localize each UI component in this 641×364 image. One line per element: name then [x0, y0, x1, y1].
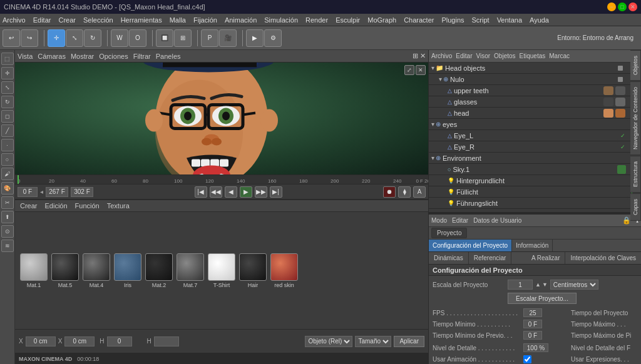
- snap-button[interactable]: 🔲: [156, 29, 173, 47]
- tree-item-environment[interactable]: ▾ ⊕ Environment ✓: [429, 153, 641, 164]
- material-hair[interactable]: Hair: [239, 253, 267, 288]
- side-tab-navegador[interactable]: Navegador de Contenido: [630, 81, 641, 155]
- tab-informacion[interactable]: Información: [512, 240, 553, 251]
- tab-filtrar[interactable]: Filtrar: [133, 53, 151, 60]
- minimize-button[interactable]: −: [607, 3, 616, 11]
- expand-btn[interactable]: ⤢: [404, 65, 414, 75]
- menu-item-crear[interactable]: Crear: [58, 16, 76, 24]
- nivel-input[interactable]: [523, 343, 548, 352]
- rotate-lt-tool[interactable]: ↻: [1, 96, 14, 108]
- mat-tab-edicion[interactable]: Edición: [45, 202, 68, 210]
- tab-opciones[interactable]: Opciones: [99, 53, 128, 60]
- side-tab-objetos[interactable]: Objetos: [630, 50, 641, 81]
- obj-header-tab-editar[interactable]: Editar: [456, 53, 472, 59]
- x-input[interactable]: [26, 336, 56, 346]
- record-btn[interactable]: ⏺: [383, 186, 396, 198]
- play-back-btn[interactable]: ◀: [225, 186, 237, 198]
- poly-tool[interactable]: ◻: [1, 110, 14, 123]
- current-frame-input[interactable]: [46, 187, 68, 197]
- brush-tool[interactable]: 🖌: [1, 168, 14, 180]
- perspective-btn[interactable]: P: [201, 29, 218, 47]
- attr-editar[interactable]: Editar: [452, 217, 468, 224]
- menu-item-script[interactable]: Script: [472, 16, 490, 24]
- menu-item-ventana[interactable]: Ventana: [497, 16, 522, 24]
- object-tree[interactable]: ▾ 📁 Head objects ✓ ▾ ⊕ Nulo: [429, 63, 641, 213]
- tab-paneles[interactable]: Paneles: [156, 53, 181, 60]
- camera-btn[interactable]: 🎥: [219, 29, 237, 47]
- extrude-tool[interactable]: ⬆: [1, 211, 14, 223]
- tree-item-not-commercial[interactable]: ▸ ⊕ Not for commercial use: [429, 209, 641, 213]
- mat-tab-funcion[interactable]: Función: [75, 202, 100, 210]
- rotate-tool[interactable]: ↻: [84, 29, 101, 47]
- escalar-proyecto-btn[interactable]: Escalar Proyecto...: [508, 293, 577, 304]
- escala-input[interactable]: [508, 280, 533, 290]
- tree-item-fuhrungslicht[interactable]: 💡 Führungslicht ✓: [429, 198, 641, 209]
- obj-header-tab-etiquetas[interactable]: Etiquetas: [520, 53, 546, 59]
- move-tool[interactable]: ✛: [48, 29, 65, 47]
- menu-item-character[interactable]: Character: [404, 16, 434, 24]
- attr-modo[interactable]: Modo: [431, 217, 447, 224]
- viewport-close-btn[interactable]: ✕: [416, 65, 426, 75]
- tree-item-head-objects[interactable]: ▾ 📁 Head objects ✓: [429, 63, 641, 74]
- mat-tab-crear[interactable]: Crear: [20, 202, 38, 210]
- tab-config-proyecto[interactable]: Configuración del Proyecto: [429, 240, 512, 251]
- tree-item-upper-teeth[interactable]: △ upper teeth ✓: [429, 85, 641, 96]
- tree-item-nulo[interactable]: ▾ ⊕ Nulo ✓: [429, 74, 641, 85]
- menu-item-archivo[interactable]: Archivo: [3, 16, 26, 24]
- mat-tab-textura[interactable]: Textura: [107, 202, 130, 210]
- smooth-tool[interactable]: ≋: [1, 240, 14, 252]
- fps-input[interactable]: [523, 308, 542, 317]
- menu-item-fijación[interactable]: Fijación: [193, 16, 217, 24]
- side-tab-estructura[interactable]: Estructura: [630, 156, 641, 193]
- render-settings[interactable]: ⚙: [264, 29, 282, 47]
- obj-header-tab-marcac[interactable]: Marcac: [549, 53, 570, 59]
- paint-tool[interactable]: 🎨: [1, 182, 14, 195]
- auto-key-btn[interactable]: A: [413, 186, 426, 198]
- tab-mostrar[interactable]: Mostrar: [71, 53, 94, 60]
- tab-dinamicas[interactable]: Dinámicas: [429, 252, 469, 264]
- end-frame-input[interactable]: [71, 187, 93, 197]
- tiempo-min-input[interactable]: [523, 320, 542, 328]
- tab-referenciar[interactable]: Referenciar: [469, 252, 512, 264]
- menu-item-mograph[interactable]: MoGraph: [367, 16, 396, 24]
- next-frame-btn[interactable]: ▶▶: [255, 186, 267, 198]
- ox-input[interactable]: [64, 336, 95, 346]
- play-btn[interactable]: ▶: [240, 186, 252, 198]
- attr-lock-icon[interactable]: 🔒: [622, 216, 631, 225]
- tab-a-realizar[interactable]: A Realizar: [526, 252, 566, 264]
- tree-item-sky[interactable]: ○ Sky.1 ✓: [429, 164, 641, 175]
- go-start-btn[interactable]: |◀: [195, 186, 207, 198]
- start-frame-input[interactable]: [18, 187, 38, 197]
- menu-item-ayuda[interactable]: Ayuda: [530, 16, 549, 24]
- side-tab-capas[interactable]: Capas: [630, 193, 641, 221]
- menu-item-herramientas[interactable]: Herramientas: [121, 16, 162, 24]
- tree-item-fullicht[interactable]: 💡 Füllicht ✓: [429, 186, 641, 198]
- coord-select[interactable]: Objeto (Rel) Mundo: [305, 336, 352, 347]
- menu-item-render[interactable]: Render: [305, 16, 328, 24]
- material-mat5[interactable]: Mat.5: [51, 253, 79, 288]
- tree-item-eye-l[interactable]: △ Eye_L ✓ ▷: [429, 130, 641, 141]
- attr-tab-proyecto[interactable]: Proyecto: [431, 228, 467, 238]
- tree-item-eyes[interactable]: ▾ ⊕ eyes ✓: [429, 119, 641, 130]
- material-mat4[interactable]: Mat.4: [83, 253, 110, 288]
- keyframe-btn[interactable]: ⧫: [398, 186, 411, 198]
- tree-item-glasses[interactable]: △ glasses ✓: [429, 96, 641, 108]
- menu-item-selección[interactable]: Selección: [83, 16, 113, 24]
- menu-item-animación[interactable]: Animación: [225, 16, 257, 24]
- escala-down-icon[interactable]: ▼: [542, 281, 548, 288]
- size-select[interactable]: Tamaño: [355, 336, 391, 347]
- magnet-tool[interactable]: ⊙: [1, 225, 14, 238]
- maximize-button[interactable]: □: [618, 3, 627, 11]
- tree-item-hintergrundlicht[interactable]: 💡 Hintergrundlicht ✓: [429, 175, 641, 186]
- apply-button[interactable]: Aplicar: [394, 336, 424, 347]
- obj-header-tab-arquivo[interactable]: Archivo: [431, 53, 452, 59]
- edge-tool[interactable]: ╱: [1, 124, 14, 137]
- material-mat2[interactable]: Mat.2: [145, 253, 173, 288]
- redo-button[interactable]: ↪: [21, 29, 38, 47]
- attr-datos[interactable]: Datos de Usuario: [473, 217, 521, 224]
- render-btn[interactable]: ▶: [246, 29, 264, 47]
- select-tool[interactable]: ⬚: [1, 53, 14, 65]
- tab-interpolacion[interactable]: Interpolación de Claves: [565, 252, 641, 264]
- escala-up-icon[interactable]: ▲: [535, 281, 541, 288]
- scale-tool[interactable]: ⤡: [66, 29, 83, 47]
